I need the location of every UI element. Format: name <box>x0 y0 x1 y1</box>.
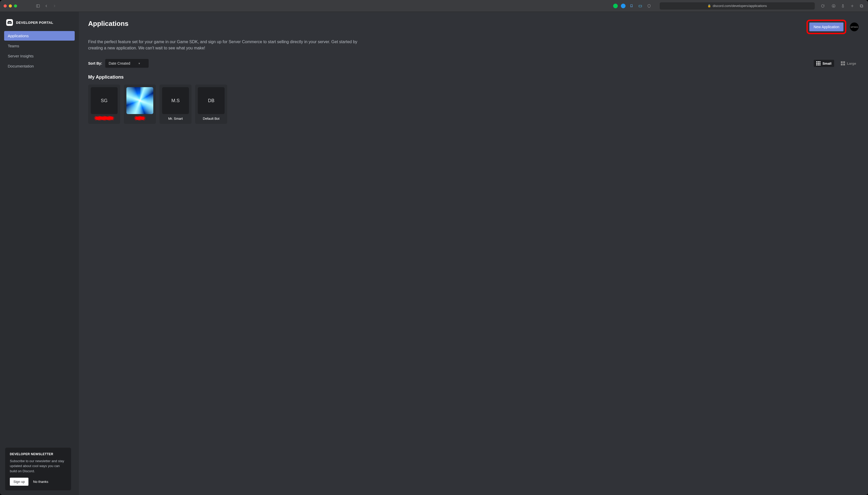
close-window-button[interactable] <box>4 4 7 7</box>
folder-extension-icon[interactable] <box>637 3 643 9</box>
minimize-window-button[interactable] <box>9 4 12 7</box>
app-thumb: SG <box>91 87 118 114</box>
discord-logo-icon <box>6 19 13 26</box>
download-icon[interactable] <box>831 3 836 9</box>
user-avatar[interactable]: 127.0.0.1 <box>850 22 859 31</box>
app-card[interactable]: SG <box>88 85 120 124</box>
window-controls <box>4 4 17 7</box>
svg-rect-2 <box>639 5 642 7</box>
new-application-button[interactable]: New Application <box>809 22 844 31</box>
app-name: Mr. Smart <box>168 117 183 121</box>
view-large-label: Large <box>847 62 856 65</box>
app-card[interactable]: M.S Mr. Smart <box>159 85 192 124</box>
view-small-button[interactable]: Small <box>814 60 834 67</box>
svg-rect-0 <box>36 4 39 7</box>
signup-button[interactable]: Sign up <box>10 478 29 486</box>
nav-documentation[interactable]: Documentation <box>4 61 75 71</box>
apps-grid: SG M.S Mr. Smart DB Default Bot <box>88 85 859 124</box>
app-thumb: DB <box>198 87 225 114</box>
forward-button[interactable] <box>52 3 57 9</box>
app-card[interactable]: DB Default Bot <box>195 85 227 124</box>
nav-teams[interactable]: Teams <box>4 41 75 51</box>
sort-label: Sort By: <box>88 61 102 65</box>
reload-icon[interactable] <box>820 3 826 9</box>
view-small-label: Small <box>822 62 832 65</box>
page-title: Applications <box>88 20 128 28</box>
maximize-window-button[interactable] <box>14 4 17 7</box>
share-icon[interactable] <box>840 3 846 9</box>
app-thumb-image <box>126 87 153 114</box>
app-card[interactable] <box>124 85 156 124</box>
brand[interactable]: DEVELOPER PORTAL <box>0 17 79 31</box>
large-grid-icon <box>841 61 845 65</box>
chevron-down-icon: ▼ <box>138 62 141 65</box>
new-app-highlight: New Application <box>807 20 846 34</box>
avatar-text: 127.0.0.1 <box>851 26 858 28</box>
app-name: Default Bot <box>203 117 219 121</box>
browser-titlebar: 🔒 discord.com/developers/applications <box>0 0 868 12</box>
back-button[interactable] <box>43 3 49 9</box>
newsletter-body: Subscribe to our newsletter and stay upd… <box>10 459 67 474</box>
brand-label: DEVELOPER PORTAL <box>16 21 53 24</box>
url-bar[interactable]: 🔒 discord.com/developers/applications <box>660 2 815 10</box>
sort-select[interactable]: Date Created ▼ <box>105 59 148 68</box>
grammarly-extension-icon[interactable] <box>613 4 618 8</box>
svg-rect-6 <box>861 5 863 7</box>
small-grid-icon <box>816 61 820 65</box>
redacted-label <box>135 117 144 120</box>
sidebar-toggle-icon[interactable] <box>35 3 41 9</box>
url-text: discord.com/developers/applications <box>713 4 767 8</box>
newsletter-card: DEVELOPER NEWSLETTER Subscribe to our ne… <box>5 448 71 491</box>
view-large-button[interactable]: Large <box>838 60 859 67</box>
sort-value: Date Created <box>109 61 130 65</box>
app-thumb: M.S <box>162 87 189 114</box>
svg-rect-7 <box>860 4 863 7</box>
tabs-overview-icon[interactable] <box>859 3 864 9</box>
newsletter-title: DEVELOPER NEWSLETTER <box>10 452 67 456</box>
new-tab-icon[interactable] <box>849 3 855 9</box>
page-description: Find the perfect feature set for your ga… <box>88 39 367 51</box>
nav-applications[interactable]: Applications <box>4 31 75 40</box>
ghost-extension-icon[interactable] <box>628 3 634 9</box>
shield-icon[interactable] <box>646 3 652 9</box>
nothanks-link[interactable]: No thanks <box>33 480 48 484</box>
extension-icon[interactable] <box>621 4 625 8</box>
nav-server-insights[interactable]: Server Insights <box>4 51 75 61</box>
main-content: Applications New Application 127.0.0.1 F… <box>79 12 868 495</box>
lock-icon: 🔒 <box>707 4 711 7</box>
section-title: My Applications <box>88 74 859 80</box>
sidebar: DEVELOPER PORTAL Applications Teams Serv… <box>0 12 79 495</box>
redacted-label <box>95 117 113 120</box>
